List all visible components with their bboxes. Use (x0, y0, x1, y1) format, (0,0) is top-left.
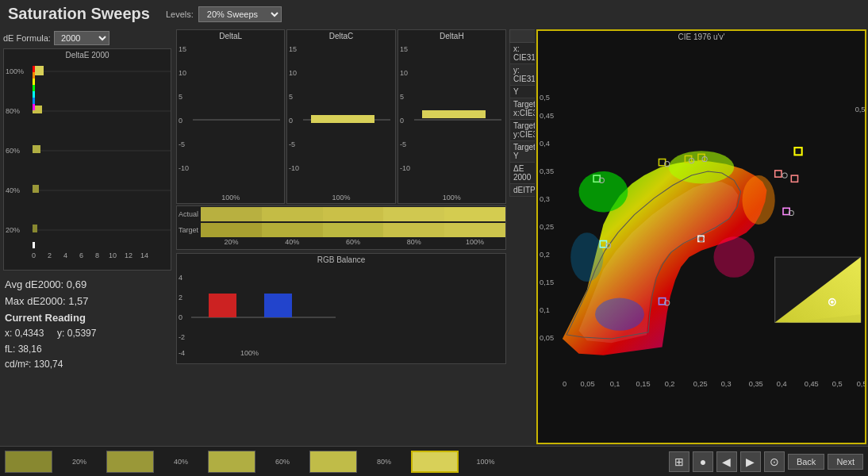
swatch-actual-60 (323, 207, 384, 221)
target-label: Target (177, 226, 201, 234)
nav-icon-4[interactable]: ▶ (740, 451, 761, 472)
table-row: Y139,1375137,1320134,1886132,2873130,738… (510, 86, 536, 98)
stats-panel: Avg dE2000: 0,69 Max dE2000: 1,57 Curren… (3, 274, 171, 375)
bottom-swatch-20-label: 20% (56, 458, 103, 466)
svg-text:0,55: 0,55 (857, 380, 865, 388)
bottom-swatch-20[interactable] (5, 451, 52, 473)
pct-label-60: 60% (323, 238, 384, 249)
svg-text:0,1: 0,1 (540, 306, 550, 314)
svg-text:-2: -2 (179, 333, 185, 341)
svg-text:5: 5 (289, 93, 293, 101)
cie-chart-inner: 0 0,05 0,1 0,15 0,2 0,25 0,3 0,35 0,4 0,… (538, 43, 865, 439)
svg-text:0,05: 0,05 (540, 334, 554, 342)
svg-rect-53 (422, 110, 486, 118)
svg-text:15: 15 (179, 45, 186, 53)
svg-rect-28 (33, 98, 35, 104)
svg-text:-4: -4 (179, 349, 185, 357)
nav-icon-2[interactable]: ● (693, 451, 713, 472)
svg-text:10: 10 (179, 69, 186, 77)
table-row: y: CIE310,37110,41150,45220,49710,5397 (510, 64, 536, 86)
deltah-canvas: 15 10 5 0 -5 -10 (398, 40, 505, 194)
color-swatches: Actual Target 20% (176, 205, 506, 250)
levels-select[interactable]: 20% Sweeps 40% Sweeps 80% Sweeps 100% Sw… (198, 6, 282, 22)
svg-text:-10: -10 (289, 164, 299, 172)
svg-text:-5: -5 (179, 140, 185, 148)
svg-point-66 (579, 171, 628, 213)
swatch-target-100 (444, 223, 505, 237)
bottom-swatch-100[interactable] (411, 451, 459, 473)
svg-text:0,35: 0,35 (540, 167, 554, 175)
bottom-bar: 20% 40% 60% 80% 100% ⊞ ● ◀ ▶ ⊙ Back Next (0, 446, 868, 476)
de-formula-label: dE Formula: (3, 33, 51, 43)
svg-rect-27 (33, 91, 35, 98)
bottom-swatch-40-label: 40% (157, 458, 205, 466)
back-button[interactable]: Back (788, 454, 824, 470)
next-button[interactable]: Next (828, 454, 863, 470)
bottom-swatch-80[interactable] (309, 451, 357, 473)
svg-text:15: 15 (400, 45, 408, 53)
svg-text:4: 4 (63, 251, 67, 259)
deltac-canvas: 15 10 5 0 -5 -10 (287, 40, 394, 194)
deltah-chart: DeltaH 15 10 5 0 -5 -10 (398, 29, 506, 204)
svg-text:10: 10 (289, 69, 297, 77)
pct-label-40: 40% (262, 238, 323, 249)
page-title: Saturation Sweeps (8, 5, 150, 23)
right-panel: CIE 1976 u'v' (535, 28, 868, 446)
nav-icon-3[interactable]: ◀ (716, 451, 737, 472)
nav-icon-1[interactable]: ⊞ (669, 451, 689, 472)
rgb-svg: 4 2 0 -2 -4 100% (177, 264, 505, 359)
de-formula-select[interactable]: 2000 94 76 (54, 31, 109, 45)
table-row: Target y:CIE310,37140,41030,45170,49440,… (510, 120, 536, 141)
mini-charts-row: DeltaL 15 10 5 0 -5 -10 100% (176, 29, 506, 204)
svg-text:8: 8 (95, 251, 99, 259)
svg-point-71 (570, 232, 603, 282)
svg-rect-24 (33, 72, 35, 79)
svg-rect-22 (33, 225, 37, 232)
svg-text:0,45: 0,45 (805, 380, 819, 388)
bottom-nav: ⊞ ● ◀ ▶ ⊙ Back Next (669, 451, 863, 472)
svg-text:20%: 20% (6, 226, 20, 234)
svg-rect-45 (311, 115, 374, 123)
svg-rect-25 (33, 79, 35, 85)
svg-text:0: 0 (179, 313, 182, 321)
svg-point-67 (669, 151, 734, 183)
bottom-swatch-100-label: 100% (462, 458, 509, 466)
header: Saturation Sweeps Levels: 20% Sweeps 40%… (0, 0, 868, 28)
deltal-xlabel: 100% (221, 194, 240, 203)
col-header-label (510, 30, 536, 43)
swatch-target-80 (383, 223, 444, 237)
svg-text:0,4: 0,4 (540, 140, 550, 148)
avg-de: Avg dE2000: 0,69 (5, 277, 170, 294)
content-area: dE Formula: 2000 94 76 DeltaE 2000 100% … (0, 28, 868, 446)
nav-icon-5[interactable]: ⊙ (764, 451, 785, 472)
x-value: x: 0,4343 y: 0,5397 (5, 326, 170, 341)
svg-text:0,2: 0,2 (540, 251, 550, 259)
cie-chart-title: CIE 1976 u'v' (538, 31, 865, 43)
svg-text:0,3: 0,3 (540, 195, 550, 203)
svg-text:2: 2 (48, 251, 52, 259)
svg-text:40%: 40% (6, 186, 20, 194)
svg-text:100%: 100% (6, 67, 24, 75)
cie-chart-container: CIE 1976 u'v' (536, 29, 866, 444)
bottom-swatch-40[interactable] (106, 451, 154, 473)
svg-text:2: 2 (179, 294, 182, 301)
table-row: dEITP0,73661,07301,06932,09302,4522 (510, 184, 536, 197)
svg-text:0,45: 0,45 (540, 112, 554, 120)
table-row: Target Y139,8506137,3474135,2299133,4672… (510, 141, 536, 163)
svg-text:100%: 100% (240, 349, 259, 357)
table-row: x: CIE310,33730,36050,38540,40970,4343 (510, 43, 536, 64)
left-panel: dE Formula: 2000 94 76 DeltaE 2000 100% … (0, 28, 175, 446)
swatch-actual-40 (262, 207, 323, 221)
svg-text:-10: -10 (179, 164, 189, 172)
current-reading-title: Current Reading (5, 310, 170, 327)
svg-text:80%: 80% (6, 107, 20, 115)
svg-text:4: 4 (179, 274, 182, 282)
svg-text:0,2: 0,2 (665, 380, 675, 388)
rgb-title: RGB Balance (177, 254, 505, 264)
svg-point-69 (713, 236, 755, 278)
bottom-swatch-60[interactable] (208, 451, 255, 473)
svg-text:10: 10 (400, 69, 408, 77)
data-table: 20% 40% 60% 80% 100% x: CIE310,33730,360… (509, 29, 535, 197)
svg-point-120 (831, 301, 834, 304)
middle-panel: DeltaL 15 10 5 0 -5 -10 100% (175, 28, 508, 446)
